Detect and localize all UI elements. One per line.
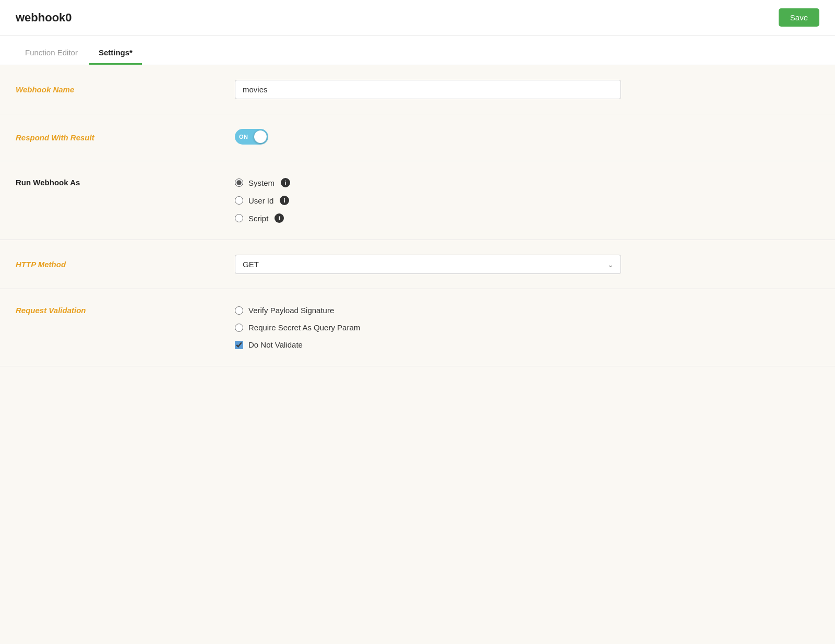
verify-payload-label: Verify Payload Signature [248, 306, 334, 315]
request-validation-options: Verify Payload Signature Require Secret … [235, 306, 819, 349]
toggle-wrapper: ON [235, 129, 268, 145]
request-validation-control: Verify Payload Signature Require Secret … [235, 306, 819, 349]
run-as-system-option[interactable]: System i [235, 178, 819, 187]
require-secret-option[interactable]: Require Secret As Query Param [235, 323, 819, 332]
run-as-system-radio[interactable] [235, 178, 243, 187]
script-info-icon[interactable]: i [275, 213, 284, 223]
run-webhook-as-control: System i User Id i Script i [235, 178, 819, 223]
webhook-name-input[interactable] [235, 80, 621, 99]
request-validation-row: Request Validation Verify Payload Signat… [0, 289, 835, 366]
http-method-select[interactable]: GET POST PUT PATCH DELETE [235, 255, 621, 274]
run-webhook-as-row: Run Webhook As System i User Id i Script… [0, 161, 835, 240]
http-method-select-wrapper: GET POST PUT PATCH DELETE ⌄ [235, 255, 621, 274]
require-secret-label: Require Secret As Query Param [248, 323, 360, 332]
webhook-name-row: Webhook Name [0, 65, 835, 114]
run-as-system-label: System [248, 178, 275, 187]
run-as-script-radio[interactable] [235, 214, 243, 222]
webhook-name-control [235, 80, 819, 99]
http-method-control: GET POST PUT PATCH DELETE ⌄ [235, 255, 819, 274]
http-method-label: HTTP Method [16, 260, 235, 269]
main-content: Webhook Name Respond With Result ON Run … [0, 65, 835, 644]
tab-settings[interactable]: Settings* [89, 41, 142, 65]
do-not-validate-label: Do Not Validate [248, 340, 303, 349]
page-title: webhook0 [16, 11, 72, 25]
request-validation-label: Request Validation [16, 306, 235, 315]
run-webhook-as-options: System i User Id i Script i [235, 178, 819, 223]
system-info-icon[interactable]: i [281, 178, 290, 187]
require-secret-radio[interactable] [235, 324, 243, 332]
do-not-validate-option[interactable]: Do Not Validate [235, 340, 819, 349]
verify-payload-option[interactable]: Verify Payload Signature [235, 306, 819, 315]
run-as-script-option[interactable]: Script i [235, 213, 819, 223]
toggle-knob [254, 130, 267, 143]
tab-function-editor[interactable]: Function Editor [16, 41, 87, 65]
respond-with-result-control: ON [235, 129, 819, 146]
run-as-userid-radio[interactable] [235, 196, 243, 205]
webhook-name-label: Webhook Name [16, 85, 235, 94]
do-not-validate-checkbox[interactable] [235, 341, 243, 349]
run-webhook-as-label: Run Webhook As [16, 178, 235, 187]
userid-info-icon[interactable]: i [280, 196, 289, 205]
run-as-script-label: Script [248, 214, 268, 223]
header: webhook0 Save [0, 0, 835, 35]
tabs-bar: Function Editor Settings* [0, 41, 835, 65]
http-method-row: HTTP Method GET POST PUT PATCH DELETE ⌄ [0, 240, 835, 289]
run-as-userid-label: User Id [248, 196, 273, 205]
respond-with-result-row: Respond With Result ON [0, 114, 835, 161]
respond-with-result-label: Respond With Result [16, 133, 235, 142]
save-button-header[interactable]: Save [779, 8, 819, 27]
toggle-on-label: ON [239, 134, 248, 140]
verify-payload-radio[interactable] [235, 306, 243, 315]
respond-with-result-toggle[interactable]: ON [235, 129, 268, 145]
run-as-userid-option[interactable]: User Id i [235, 196, 819, 205]
